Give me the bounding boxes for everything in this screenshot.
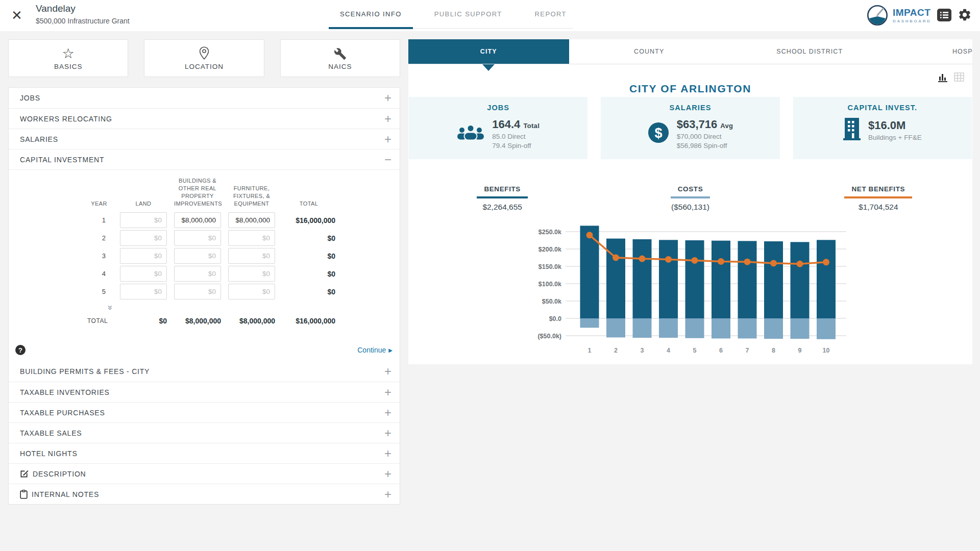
tab-public-support[interactable]: PUBLIC SUPPORT [429,0,507,28]
setup-card-naics[interactable]: NAICS [280,39,400,77]
close-icon[interactable]: ✕ [8,7,26,24]
expand-icon[interactable]: + [384,408,391,418]
expand-icon[interactable]: + [384,448,391,459]
scenario-input-column: ☆BASICSLOCATIONNAICS JOBS + WORKERS RELO… [8,39,400,505]
expand-icon[interactable]: + [384,93,391,103]
section-capital-investment[interactable]: CAPITAL INVESTMENT − [9,149,400,169]
collapse-icon[interactable]: − [384,155,391,165]
stat-line2: $70,000 Direct [677,133,733,140]
section-label: CAPITAL INVESTMENT [20,156,104,164]
svg-text:$250.0k: $250.0k [538,229,561,236]
capital-year-row: 2 $0 [85,230,400,246]
stat-line2: Buildings + FF&E [868,134,922,141]
expand-icon[interactable]: + [384,366,391,377]
continue-link[interactable]: Continue ▶ [357,346,393,354]
expand-icon[interactable]: + [384,134,391,144]
furniture-input[interactable] [228,266,275,282]
wrench-icon [334,47,347,60]
star-icon: ☆ [62,47,75,60]
furniture-input[interactable] [228,230,275,246]
show-more-years-button[interactable]: » [96,303,124,313]
buildings-input[interactable] [174,284,221,299]
col-buildings: BUILDINGS & OTHER REAL PROPERTY IMPROVEM… [174,177,221,210]
section-taxable-inventories[interactable]: TAXABLE INVENTORIES + [9,382,400,402]
building-icon [843,118,861,140]
geo-tab-school-district[interactable]: SCHOOL DISTRICT [729,39,890,64]
summary-value: $2,264,655 [408,203,596,212]
gauge-logo-icon [867,5,888,26]
section-jobs[interactable]: JOBS + [9,88,400,108]
section-hotel-nights[interactable]: HOTEL NIGHTS + [9,443,400,463]
svg-text:$0.0: $0.0 [549,315,561,322]
section-taxable-sales[interactable]: TAXABLE SALES + [9,422,400,443]
furniture-input[interactable] [228,248,275,264]
svg-text:6: 6 [719,347,723,354]
expand-icon[interactable]: + [384,428,391,438]
col-land: LAND [120,200,167,211]
section-taxable-purchases[interactable]: TAXABLE PURCHASES + [9,402,400,422]
land-input[interactable] [120,212,167,228]
geo-tab-county[interactable]: COUNTY [569,39,730,64]
stat-card-title: SALARIES [601,104,779,112]
land-input[interactable] [120,266,167,282]
section-label: HOTEL NIGHTS [20,449,78,458]
buildings-input[interactable] [174,248,221,264]
section-salaries[interactable]: SALARIES + [9,129,400,149]
total-overall: $16,000,000 [282,317,335,325]
settings-button[interactable] [957,7,973,23]
map-pin-icon [199,46,210,60]
land-input[interactable] [120,230,167,246]
geo-tab-city[interactable]: CITY [408,39,569,64]
expand-icon[interactable]: + [384,114,391,124]
svg-text:($50.0k): ($50.0k) [537,333,561,340]
expand-icon[interactable]: + [384,387,391,397]
svg-text:$: $ [654,126,662,141]
section-workers-relocating[interactable]: WORKERS RELOCATING + [9,108,400,129]
svg-text:4: 4 [667,347,670,354]
land-input[interactable] [120,248,167,264]
land-input[interactable] [120,284,167,299]
setup-card-location[interactable]: LOCATION [144,39,264,77]
buildings-input[interactable] [174,212,221,228]
row-total: $0 [282,252,335,260]
year-label: 2 [85,234,113,242]
capital-investment-content: YEAR LAND BUILDINGS & OTHER REAL PROPERT… [9,169,400,361]
section-building-permits-fees-city[interactable]: BUILDING PERMITS & FEES - CITY + [9,361,400,382]
geography-tabs: CITYCOUNTYSCHOOL DISTRICTHOSPITAL [408,39,972,64]
tab-scenario-info[interactable]: SCENARIO INFO [335,0,407,28]
svg-text:2: 2 [614,347,618,354]
summary-label: COSTS [671,185,710,198]
total-furniture: $8,000,000 [228,317,275,325]
stat-value: $16.0M [868,119,922,132]
dollar-icon: $ [648,122,669,143]
total-land: $0 [120,317,167,325]
setup-card-basics[interactable]: ☆BASICS [8,39,128,77]
furniture-input[interactable] [228,284,275,299]
buildings-input[interactable] [174,230,221,246]
logo-text: IMPACT DASHBOARD [893,7,931,23]
tab-report[interactable]: REPORT [530,0,572,28]
expand-icon[interactable]: + [384,469,391,479]
setup-cards-row: ☆BASICSLOCATIONNAICS [8,39,400,77]
help-icon[interactable]: ? [15,345,26,355]
stat-card-capital-invest-: CAPITAL INVEST.$16.0M Buildings + FF&E [793,97,972,159]
furniture-input[interactable] [228,212,275,228]
expand-icon[interactable]: + [384,489,391,499]
card-label: LOCATION [185,63,224,70]
stat-cards-row: JOBS164.4 Total85.0 Direct79.4 Spin-offS… [409,97,972,159]
row-total: $0 [282,270,335,278]
svg-text:10: 10 [823,347,830,354]
section-description[interactable]: DESCRIPTION + [9,463,400,484]
header-tabs: SCENARIO INFO PUBLIC SUPPORT REPORT [334,0,573,29]
stat-line3: $56,986 Spin-off [677,142,733,149]
section-label: TAXABLE SALES [20,429,82,437]
stat-line2: 85.0 Direct [492,133,540,140]
col-year: YEAR [85,200,113,211]
section-internal-notes[interactable]: INTERNAL NOTES + [9,484,400,504]
benefits-costs-chart: $250.0k$200.0k$150.0k$100.0k$50.0k$0.0($… [536,221,852,361]
buildings-input[interactable] [174,266,221,282]
list-menu-button[interactable] [936,7,952,23]
geo-tab-hospital[interactable]: HOSPITAL [890,39,973,64]
svg-text:5: 5 [693,347,697,354]
stat-line3: 79.4 Spin-off [492,142,540,149]
